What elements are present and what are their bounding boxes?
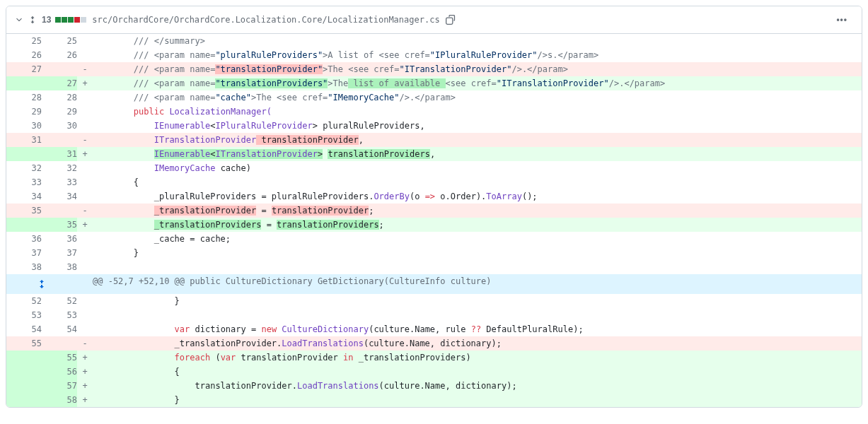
line-marker [77,294,93,308]
old-line-number[interactable]: 26 [6,48,42,62]
line-marker [77,119,93,133]
file-header: 13 src/OrchardCore/OrchardCore.Localizat… [6,6,862,34]
new-line-number[interactable]: 36 [42,232,77,246]
file-path-link[interactable]: src/OrchardCore/OrchardCore.Localization… [92,15,439,25]
new-line-number[interactable]: 28 [42,90,77,105]
code-cell: { [93,365,862,379]
line-marker [77,189,93,204]
new-line-number [42,133,77,147]
old-line-number[interactable]: 54 [6,322,42,336]
line-marker: + [77,351,93,365]
context-line: 52 52 } [6,294,862,308]
neutral-bar [81,17,86,23]
code-cell: /// <param name="cache">The <see cref="I… [93,90,862,105]
file-menu-icon[interactable]: ••• [831,12,853,28]
new-line-number[interactable]: 55 [42,351,77,365]
code-cell: _cache = cache; [93,232,862,246]
line-marker: - [77,336,93,351]
context-line: 33 33 { [6,175,862,189]
new-line-number[interactable]: 32 [42,161,77,175]
line-marker: - [77,62,93,76]
code-cell: /// <param name="pluralRuleProviders">A … [93,48,862,62]
old-line-number[interactable]: 34 [6,189,42,204]
deleted-line: 27 - /// <param name="translationProvide… [6,62,862,76]
copy-path-icon[interactable] [446,15,456,25]
new-line-number[interactable]: 56 [42,365,77,379]
old-line-number[interactable]: 36 [6,232,42,246]
new-line-number[interactable]: 27 [42,76,77,90]
line-marker [77,274,93,294]
old-line-number[interactable]: 25 [6,34,42,48]
hunk-text: @@ -52,7 +52,10 @@ public CultureDiction… [93,274,862,294]
code-cell: _translationProvider.LoadTranslations(cu… [93,336,862,351]
line-marker [77,34,93,48]
new-line-number[interactable]: 29 [42,105,77,119]
diff-file: 13 src/OrchardCore/OrchardCore.Localizat… [6,6,862,408]
new-line-number[interactable]: 34 [42,189,77,204]
context-line: 26 26 /// <param name="pluralRuleProvide… [6,48,862,62]
new-line-number[interactable]: 38 [42,260,77,274]
new-line-number[interactable]: 52 [42,294,77,308]
deleted-line: 55 - _translationProvider.LoadTranslatio… [6,336,862,351]
new-line-number[interactable]: 30 [42,119,77,133]
old-line-number[interactable]: 29 [6,105,42,119]
new-line-number[interactable]: 53 [42,308,77,322]
old-line-number [6,393,42,407]
context-line: 36 36 _cache = cache; [6,232,862,246]
added-line: 55 + foreach (var translationProvider in… [6,351,862,365]
old-line-number[interactable]: 37 [6,246,42,260]
context-line: 34 34 _pluralRuleProviders = pluralRuleP… [6,189,862,204]
new-line-number [42,62,77,76]
line-marker: + [77,379,93,393]
new-line-number [42,336,77,351]
old-line-number [6,365,42,379]
old-line-number [6,147,42,161]
added-bar [68,17,74,23]
code-cell: IEnumerable<ITranslationProvider> transl… [93,147,862,161]
line-marker [77,308,93,322]
new-line-number[interactable]: 25 [42,34,77,48]
line-marker [77,175,93,189]
deleted-line: 31 - ITranslationProvider translationPro… [6,133,862,147]
context-line: 32 32 IMemoryCache cache) [6,161,862,175]
added-bar [62,17,67,23]
expand-hunk-button[interactable] [6,274,77,294]
hunk-header: @@ -52,7 +52,10 @@ public CultureDiction… [6,274,862,294]
new-line-number[interactable]: 57 [42,379,77,393]
code-cell: } [93,294,862,308]
old-line-number[interactable]: 55 [6,336,42,351]
old-line-number[interactable]: 52 [6,294,42,308]
code-cell: /// <param name="translationProvider">Th… [93,62,862,76]
old-line-number[interactable]: 32 [6,161,42,175]
old-line-number[interactable]: 35 [6,204,42,218]
code-cell: public LocalizationManager( [93,105,862,119]
old-line-number[interactable]: 30 [6,119,42,133]
new-line-number[interactable]: 58 [42,393,77,407]
added-line: 27 + /// <param name="translationProvide… [6,76,862,90]
new-line-number[interactable]: 31 [42,147,77,161]
new-line-number[interactable]: 54 [42,322,77,336]
context-line: 54 54 var dictionary = new CultureDictio… [6,322,862,336]
old-line-number[interactable]: 28 [6,90,42,105]
old-line-number[interactable]: 31 [6,133,42,147]
new-line-number[interactable]: 33 [42,175,77,189]
context-line: 53 53 [6,308,862,322]
new-line-number[interactable]: 35 [42,218,77,232]
line-marker [77,260,93,274]
old-line-number[interactable]: 27 [6,62,42,76]
collapse-toggle-icon[interactable] [15,16,23,24]
deleted-line: 35 - _translationProvider = translationP… [6,204,862,218]
old-line-number[interactable]: 38 [6,260,42,274]
line-marker [77,48,93,62]
code-cell: _translationProvider = translationProvid… [93,204,862,218]
old-line-number[interactable]: 53 [6,308,42,322]
code-cell: foreach (var translationProvider in _tra… [93,351,862,365]
old-line-number[interactable]: 33 [6,175,42,189]
new-line-number[interactable]: 37 [42,246,77,260]
new-line-number[interactable]: 26 [42,48,77,62]
expand-all-icon[interactable] [28,15,37,25]
diff-line-count: 13 [42,15,51,25]
code-cell: } [93,246,862,260]
code-cell: IEnumerable<IPluralRuleProvider> pluralR… [93,119,862,133]
context-line: 29 29 public LocalizationManager( [6,105,862,119]
